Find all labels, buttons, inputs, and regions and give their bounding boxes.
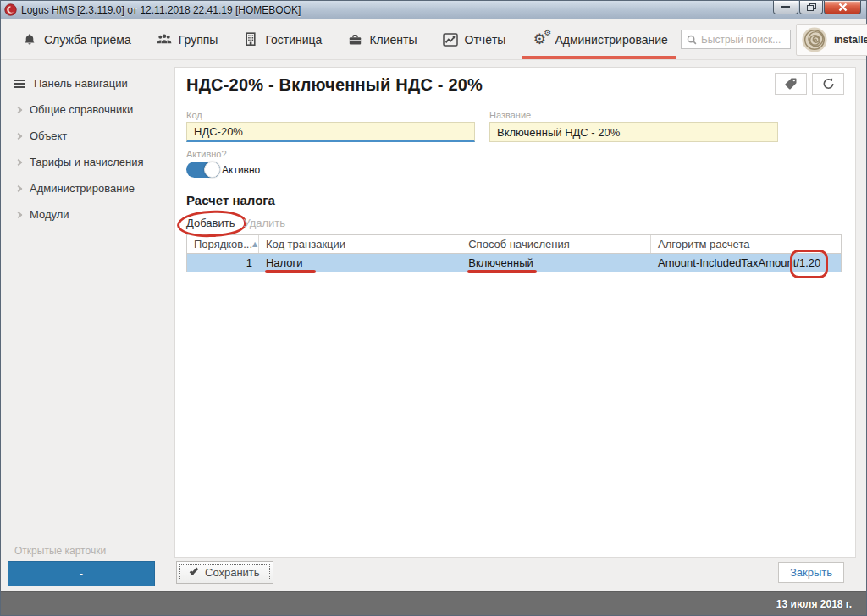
nav-label: Гостиница [265, 33, 322, 47]
menu-icon [14, 80, 25, 81]
nav-item-administration[interactable]: ⚙⚙ Администрирование [518, 19, 681, 59]
history-button[interactable] [812, 73, 844, 95]
active-label: Активно? [186, 149, 844, 159]
tag-button[interactable] [775, 73, 807, 95]
active-state-text: Активно [222, 164, 260, 176]
sidebar-item-object[interactable]: Объект [1, 123, 162, 149]
cell-algorithm: Amount-IncludedTaxAmount/1.20 [651, 254, 841, 272]
cell-transaction-code: Налоги [259, 254, 461, 272]
tag-icon [784, 77, 798, 91]
window-controls [772, 1, 861, 14]
window-title: Logus HMS [2.3.119.0] от 12.11.2018 22:4… [21, 4, 301, 16]
nav-label: Группы [179, 33, 218, 47]
sidebar-item-navigation-panel[interactable]: Панель навигации [1, 70, 162, 96]
sidebar: Панель навигации Общие справочники Объек… [1, 60, 162, 591]
search-input[interactable] [701, 34, 786, 46]
status-bar: 13 июля 2018 г. [1, 591, 866, 615]
open-cards-section: Открытые карточки - [1, 545, 162, 591]
table-header-row: Порядков... ▲ Код транзакции Способ начи… [187, 235, 841, 254]
app-logo-icon [4, 3, 17, 16]
tax-calculation-table: Порядков... ▲ Код транзакции Способ начи… [186, 234, 842, 272]
user-menu[interactable]: installer [796, 24, 867, 56]
close-icon [838, 3, 848, 12]
annotation-underline [265, 270, 316, 273]
code-label: Код [186, 110, 475, 120]
history-icon [821, 77, 836, 91]
nav-label: Клиенты [369, 33, 417, 47]
panel-header: НДС-20% - Включенный НДС - 20% [186, 73, 844, 95]
sort-asc-icon: ▲ [252, 240, 257, 248]
name-field-group: Название [489, 110, 778, 142]
active-toggle[interactable] [186, 162, 220, 178]
sidebar-item-label: Модули [30, 208, 69, 221]
open-card-button[interactable]: - [8, 561, 155, 586]
nav-label: Служба приёма [44, 33, 131, 47]
bell-icon [22, 33, 37, 47]
nav-item-clients[interactable]: Клиенты [334, 19, 429, 59]
section-title: Расчет налога [186, 193, 844, 207]
chevron-right-icon [15, 184, 22, 191]
chevron-right-icon [15, 106, 22, 113]
sidebar-item-label: Панель навигации [34, 77, 128, 90]
column-header-algorithm[interactable]: Алгоритм расчета [651, 235, 841, 253]
check-icon [190, 566, 199, 575]
sidebar-item-label: Администрирование [30, 182, 135, 195]
top-navigation: Служба приёма Группы Гостиница Клиенты [1, 19, 866, 60]
table-row-selected[interactable]: 1 Налоги Включенный Amount-IncludedTaxAm… [187, 254, 841, 272]
code-field-group: Код [186, 110, 475, 142]
minimize-button[interactable] [773, 1, 798, 14]
restore-button[interactable] [799, 1, 823, 14]
sidebar-item-modules[interactable]: Модули [1, 201, 162, 228]
code-input[interactable] [186, 122, 475, 142]
minimize-icon [781, 5, 790, 9]
name-label: Название [489, 110, 778, 120]
sidebar-item-label: Общие справочники [30, 103, 133, 116]
open-cards-label: Открытые карточки [14, 545, 155, 557]
nav-item-reception[interactable]: Служба приёма [9, 19, 144, 59]
close-button[interactable] [824, 1, 861, 14]
sidebar-item-label: Объект [30, 129, 67, 142]
column-header-order[interactable]: Порядков... ▲ [187, 235, 259, 253]
status-date: 13 июля 2018 г. [776, 598, 852, 610]
header-buttons [775, 73, 844, 95]
card-panel: НДС-20% - Включенный НДС - 20% [174, 67, 856, 558]
sidebar-item-tariffs[interactable]: Тарифы и начисления [1, 149, 162, 175]
name-input[interactable] [489, 122, 778, 142]
close-card-button[interactable]: Закрыть [778, 562, 844, 583]
delete-button[interactable]: Удалить [243, 217, 285, 229]
column-header-method[interactable]: Способ начисления [461, 235, 651, 253]
active-block: Активно? Активно [186, 149, 844, 178]
page-title: НДС-20% - Включенный НДС - 20% [186, 73, 483, 95]
sidebar-item-administration[interactable]: Администрирование [1, 175, 162, 201]
quick-search [681, 30, 791, 49]
chevron-right-icon [15, 158, 22, 165]
nav-label: Администрирование [555, 33, 668, 47]
column-header-transaction-code[interactable]: Код транзакции [259, 235, 461, 253]
sidebar-item-common-directories[interactable]: Общие справочники [1, 96, 162, 123]
table-toolbar: Добавить Удалить [186, 217, 844, 229]
nav-item-reports[interactable]: Отчёты [430, 19, 519, 59]
hotel-icon [243, 32, 258, 47]
footer-bar: Сохранить Закрыть [162, 558, 866, 591]
nav-item-groups[interactable]: Группы [144, 19, 231, 59]
content-area: НДС-20% - Включенный НДС - 20% [162, 60, 866, 558]
nav-menu: Служба приёма Группы Гостиница Клиенты [9, 19, 681, 59]
cell-method: Включенный [461, 254, 651, 272]
nav-right-area: installer [681, 19, 867, 59]
cell-order: 1 [187, 254, 259, 272]
nav-item-hotel[interactable]: Гостиница [230, 19, 334, 59]
main-area: НДС-20% - Включенный НДС - 20% [162, 60, 866, 591]
group-icon [157, 33, 172, 46]
toggle-knob [204, 162, 220, 178]
annotation-underline [467, 270, 537, 273]
search-icon [686, 34, 698, 46]
save-button[interactable]: Сохранить [176, 561, 273, 584]
application-window: Logus HMS [2.3.119.0] от 12.11.2018 22:4… [0, 0, 867, 616]
add-button[interactable]: Добавить [186, 217, 235, 229]
chevron-right-icon [15, 132, 22, 139]
title-bar: Logus HMS [2.3.119.0] от 12.11.2018 22:4… [1, 1, 866, 19]
restore-icon [807, 3, 816, 12]
gears-icon: ⚙⚙ [531, 32, 548, 47]
body: Панель навигации Общие справочники Объек… [1, 60, 866, 591]
chart-icon [443, 33, 458, 47]
